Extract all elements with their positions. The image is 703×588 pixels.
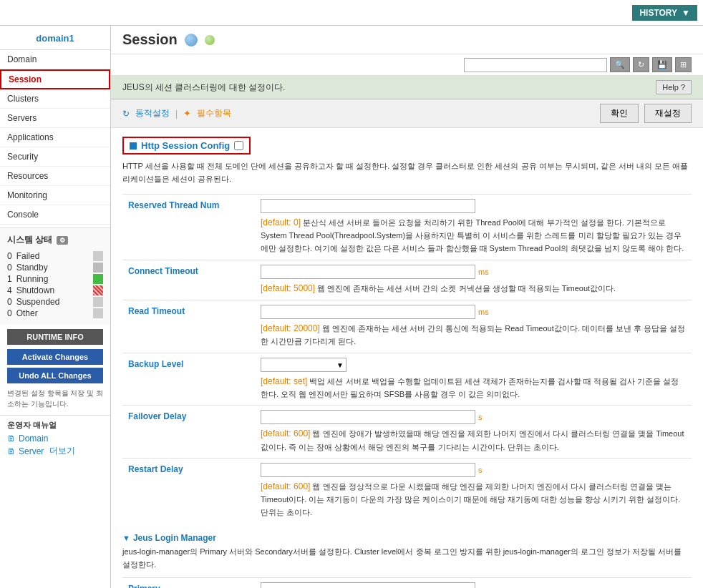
field-row-restart-delay: Restart Delay s [default: 600] 웹 엔진을 정상적… <box>122 459 692 524</box>
sidebar-item-clusters[interactable]: Clusters <box>0 89 110 109</box>
page-icon-blue <box>185 34 198 46</box>
failover-delay-desc: [default: 600] 웹 엔진에 장애가 발생하였을때 해당 엔진을 제… <box>261 427 686 454</box>
required-label: 필수항목 <box>197 107 231 119</box>
primary-input[interactable] <box>261 582 475 588</box>
sub-section-header: ▼ Jeus Login Manager <box>122 533 692 543</box>
failover-delay-input[interactable] <box>261 410 475 424</box>
section-checkbox[interactable] <box>234 141 243 150</box>
reserved-thread-num-desc: [default: 0] 분산식 세션 서버로 들어온 요청을 처리하기 위한 … <box>261 216 686 255</box>
toolbar: ↻ 동적설정 | ✦ 필수항목 확인 재설정 <box>111 99 703 128</box>
field-row-reserved-thread-num: Reserved Thread Num [default: 0] 분산식 세션 … <box>122 195 692 260</box>
sidebar-item-applications[interactable]: Applications <box>0 128 110 147</box>
sidebar-item-security[interactable]: Security <box>0 147 110 167</box>
connect-timeout-input[interactable] <box>261 265 475 279</box>
read-timeout-unit: ms <box>478 308 489 316</box>
toolbar-separator: | <box>175 109 178 119</box>
history-button[interactable]: HISTORY ▼ <box>632 5 697 21</box>
banner-text: JEUS의 세션 클러스터링에 대한 설정이다. <box>122 82 285 94</box>
more-link[interactable]: 더보기 <box>49 445 75 457</box>
status-row-failed: 0 Failed <box>7 250 103 262</box>
activate-changes-button[interactable]: Activate Changes <box>7 349 103 365</box>
section-header-wrapper: Http Session Config <box>122 137 692 155</box>
sub-section-desc: jeus-login-manager의 Primary 서버와 Secondar… <box>122 546 692 571</box>
refresh-button[interactable]: ↻ <box>633 57 649 72</box>
runtime-info-button[interactable]: RUNTIME INFO <box>7 329 103 345</box>
other-dot <box>93 308 103 318</box>
operator-section: 운영자 매뉴얼 🗎 Domain 🗎 Server 더보기 <box>0 415 110 463</box>
main-content: Http Session Config HTTP 세션을 사용할 때 전체 도메… <box>111 128 703 588</box>
help-button[interactable]: Help ? <box>656 80 692 94</box>
read-timeout-desc: [default: 20000] 웹 엔진에 존재하는 세션 서버 간의 통신에… <box>261 322 686 348</box>
field-label-primary: Primary <box>122 577 255 588</box>
field-label-backup: Backup Level <box>122 353 255 406</box>
connect-timeout-unit: ms <box>478 268 489 276</box>
search-input[interactable] <box>464 58 607 72</box>
field-value-failover: s [default: 600] 웹 엔진에 장애가 발생하였을때 해당 엔진을… <box>255 406 692 459</box>
save-button[interactable]: 💾 <box>652 57 672 72</box>
connect-timeout-desc: [default: 5000] 웹 엔진에 존재하는 세션 서버 간의 소켓 커… <box>261 282 686 295</box>
reset-button[interactable]: 재설정 <box>644 104 692 123</box>
operator-link-server[interactable]: 🗎 Server 더보기 <box>7 445 103 457</box>
status-row-other: 0 Other <box>7 308 103 319</box>
dynamic-setting-label[interactable]: 동적설정 <box>135 107 170 119</box>
expand-button[interactable]: ⊞ <box>675 57 692 72</box>
field-label-read: Read Timeout <box>122 300 255 353</box>
field-row-failover-delay: Failover Delay s [default: 600] 웹 엔진에 장애… <box>122 406 692 459</box>
doc-icon-domain: 🗎 <box>7 433 16 444</box>
history-label: HISTORY <box>639 8 677 18</box>
sub-section: ▼ Jeus Login Manager jeus-login-manager의… <box>122 533 692 588</box>
backup-level-select[interactable] <box>261 358 346 372</box>
field-value-primary: JEUS 로그인 매니저의 primary 서버를 설정한다. <box>255 577 692 588</box>
sidebar-item-monitoring[interactable]: Monitoring <box>0 186 110 205</box>
sidebar-item-domain[interactable]: Domain <box>0 50 110 69</box>
sidebar-item-resources[interactable]: Resources <box>0 167 110 186</box>
field-row-backup-level: Backup Level ▼ [default: set] 백업 세션 서버로 … <box>122 353 692 406</box>
sidebar-item-servers[interactable]: Servers <box>0 109 110 128</box>
sidebar-domain[interactable]: domain1 <box>0 26 110 50</box>
sub-section-title[interactable]: Jeus Login Manager <box>133 533 216 543</box>
undo-changes-button[interactable]: Undo ALL Changes <box>7 368 103 383</box>
field-row-primary: Primary JEUS 로그인 매니저의 primary 서버를 설정한다. <box>122 577 692 588</box>
restart-delay-unit: s <box>478 466 483 474</box>
banner: JEUS의 세션 클러스터링에 대한 설정이다. Help ? <box>111 76 703 99</box>
running-dot <box>93 274 103 284</box>
reserved-thread-num-input[interactable] <box>261 199 475 213</box>
sidebar: domain1 Domain Session Clusters Servers … <box>0 26 111 588</box>
sidebar-note: 변경된 설정 항목을 저장 및 최소하는 기능입니다. <box>0 385 110 412</box>
sidebar-item-console[interactable]: Console <box>0 205 110 225</box>
field-label-reserved: Reserved Thread Num <box>122 195 255 260</box>
field-value-connect: ms [default: 5000] 웹 엔진에 존재하는 세션 서버 간의 소… <box>255 260 692 300</box>
search-button[interactable]: 🔍 <box>610 57 630 72</box>
history-arrow-icon: ▼ <box>682 8 690 18</box>
operator-link-domain[interactable]: 🗎 Domain <box>7 433 103 444</box>
read-timeout-input[interactable] <box>261 305 475 319</box>
field-row-read-timeout: Read Timeout ms [default: 20000] 웹 엔진에 존… <box>122 300 692 353</box>
status-row-running: 1 Running <box>7 273 103 285</box>
restart-delay-desc: [default: 600] 웹 엔진을 정상적으로 다운 시켰을때 해당 엔진… <box>261 480 686 519</box>
status-row-standby: 0 Standby <box>7 262 103 273</box>
failover-delay-unit: s <box>478 413 483 421</box>
field-value-restart: s [default: 600] 웹 엔진을 정상적으로 다운 시켰을때 해당 … <box>255 459 692 524</box>
section-header-box: Http Session Config <box>122 137 251 155</box>
field-row-connect-timeout: Connect Timeout ms [default: 5000] 웹 엔진에… <box>122 260 692 300</box>
content-area: Session 🔍 ↻ 💾 ⊞ JEUS의 세션 클러스터링에 대한 설정이다.… <box>111 26 703 588</box>
standby-dot <box>93 263 103 273</box>
shutdown-dot <box>93 285 103 295</box>
backup-level-desc: [default: set] 백업 세션 서버로 백업을 수행할 업데이트된 세… <box>261 375 686 401</box>
search-bar: 🔍 ↻ 💾 ⊞ <box>111 54 703 76</box>
config-table: Reserved Thread Num [default: 0] 분산식 세션 … <box>122 194 692 523</box>
field-label-restart: Restart Delay <box>122 459 255 524</box>
section-title: Http Session Config <box>141 140 230 151</box>
system-status-section: 시스템 상태 ⚙ 0 Failed 0 Standby 1 Running 4 … <box>0 227 110 325</box>
system-status-title: 시스템 상태 ⚙ <box>7 234 103 246</box>
status-row-suspended: 0 Suspended <box>7 296 103 308</box>
operator-title: 운영자 매뉴얼 <box>7 420 103 431</box>
field-value-backup: ▼ [default: set] 백업 세션 서버로 백업을 수행할 업데이트된… <box>255 353 692 406</box>
confirm-button[interactable]: 확인 <box>600 104 639 123</box>
sub-section-arrow-icon: ▼ <box>122 534 130 542</box>
sidebar-item-session[interactable]: Session <box>0 69 110 89</box>
restart-delay-input[interactable] <box>261 463 475 477</box>
field-label-connect: Connect Timeout <box>122 260 255 300</box>
failed-dot <box>93 251 103 261</box>
required-star-icon: ✦ <box>183 108 191 119</box>
